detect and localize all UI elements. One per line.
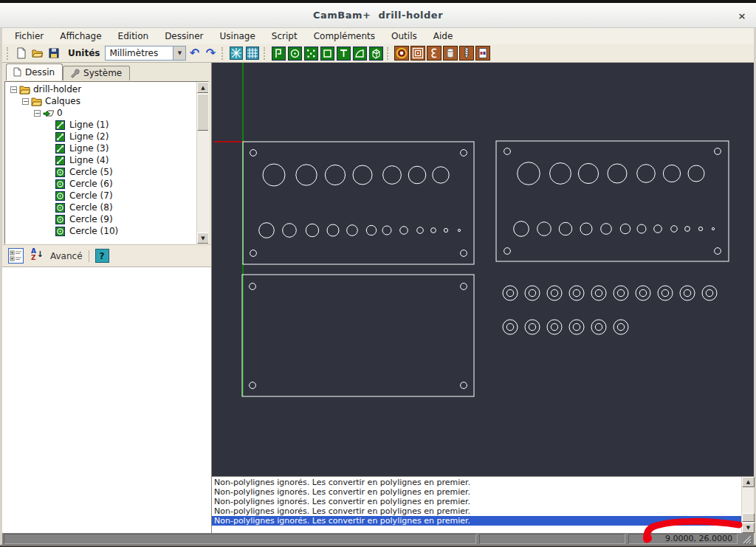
drill-hole: [444, 228, 447, 232]
drill-hole: [685, 227, 690, 232]
engrave-op-icon[interactable]: [426, 45, 442, 61]
scrollbar-thumb[interactable]: [197, 94, 209, 131]
circle-icon: [55, 179, 66, 189]
tree-item-label: Cercle (7): [69, 190, 113, 201]
menu-aide[interactable]: Aide: [425, 29, 461, 44]
tree-item-ligne-2-[interactable]: Ligne (2): [5, 131, 196, 142]
categorized-view-icon[interactable]: [8, 248, 24, 264]
scrollbar-thumb[interactable]: [742, 513, 755, 522]
advanced-label[interactable]: Avancé: [50, 251, 83, 261]
drawing-canvas[interactable]: [212, 63, 754, 476]
menu-usinage[interactable]: Usinage: [212, 29, 264, 44]
drill-hole: [325, 165, 345, 185]
open-folder-icon[interactable]: [30, 45, 46, 61]
rectangle-icon[interactable]: [319, 45, 335, 61]
tree-item-cercle-6-[interactable]: Cercle (6): [5, 178, 196, 190]
drill-op-icon[interactable]: [442, 45, 458, 61]
text-icon[interactable]: [335, 45, 351, 61]
menu-bar: FichierAffichageEditionDessinerUsinageSc…: [2, 28, 754, 44]
washer-inner: [506, 289, 513, 296]
drill-hole: [259, 223, 275, 238]
washer-outer: [569, 320, 584, 334]
surface-icon[interactable]: [368, 45, 384, 61]
sort-alphabetical-icon[interactable]: AZ↓: [30, 249, 44, 264]
units-label: Unités: [68, 48, 100, 58]
collapse-icon[interactable]: −: [10, 86, 17, 93]
scroll-down-icon[interactable]: ▼: [197, 233, 209, 244]
log-line[interactable]: Non-polylignes ignorés. Les convertir en…: [212, 478, 741, 487]
tree-item-label: Cercle (8): [69, 202, 113, 213]
line-icon: [55, 120, 66, 130]
collapse-icon[interactable]: −: [34, 110, 41, 117]
lathe-op-icon[interactable]: [458, 45, 475, 61]
tree-item-ligne-4-[interactable]: Ligne (4): [5, 154, 196, 166]
tree-item-cercle-8-[interactable]: Cercle (8): [5, 202, 196, 213]
toolbar-grip[interactable]: [264, 47, 267, 60]
menu-edition[interactable]: Edition: [110, 29, 157, 44]
undo-icon[interactable]: ↶: [186, 45, 202, 61]
chevron-down-icon[interactable]: ▼: [173, 47, 185, 60]
menu-dessiner[interactable]: Dessiner: [157, 29, 211, 44]
profile-op-icon[interactable]: [394, 45, 410, 61]
tree-item-label: Ligne (3): [69, 143, 109, 154]
redo-icon[interactable]: ↷: [202, 45, 219, 61]
tab-dessin[interactable]: Dessin: [6, 63, 63, 80]
arc-icon[interactable]: [351, 45, 368, 61]
toolbar-grip[interactable]: [387, 47, 391, 60]
circle-icon: [55, 190, 66, 201]
tree-item-0[interactable]: −0: [5, 107, 196, 119]
polyline-icon[interactable]: [270, 45, 286, 61]
log-line[interactable]: Non-polylignes ignorés. Les convertir en…: [212, 487, 741, 497]
tree-item-cercle-10-[interactable]: Cercle (10): [5, 225, 196, 237]
log-lines: Non-polylignes ignorés. Les convertir en…: [212, 478, 741, 526]
menu-script[interactable]: Script: [264, 29, 306, 44]
scroll-up-icon[interactable]: ▲: [197, 82, 209, 93]
plate-outline: [496, 141, 729, 261]
tab-systeme[interactable]: Système: [63, 66, 130, 80]
tree-scrollbar[interactable]: ▲ ▼: [196, 82, 208, 244]
menu-compléments[interactable]: Compléments: [306, 29, 383, 44]
line-icon: [55, 143, 66, 154]
pocket-op-icon[interactable]: [410, 45, 426, 61]
help-icon[interactable]: ?: [95, 249, 109, 263]
status-bar: 9.0000, 26.0000: [2, 533, 754, 545]
toolbar-grip[interactable]: [7, 47, 10, 60]
log-line[interactable]: Non-polylignes ignorés. Les convertir en…: [212, 497, 741, 506]
gcode-icon[interactable]: [475, 45, 491, 61]
washer-inner: [617, 289, 624, 296]
scroll-up-icon[interactable]: ▲: [742, 477, 755, 487]
tree-item-cercle-5-[interactable]: Cercle (5): [5, 166, 196, 178]
washer-outer: [614, 286, 628, 300]
log-line[interactable]: Non-polylignes ignorés. Les convertir en…: [212, 506, 741, 516]
drill-hole: [408, 166, 426, 184]
drill-hole: [353, 165, 372, 185]
log-line[interactable]: Non-polylignes ignorés. Les convertir en…: [212, 516, 741, 526]
wrench-icon: [69, 69, 80, 78]
resize-grip[interactable]: [740, 534, 752, 544]
scroll-down-icon[interactable]: ▼: [742, 523, 755, 533]
snap-point-icon[interactable]: [228, 45, 244, 61]
log-scrollbar[interactable]: ▲ ▼: [741, 477, 754, 533]
menu-fichier[interactable]: Fichier: [7, 29, 52, 44]
new-document-icon[interactable]: [13, 45, 30, 61]
drill-hole: [578, 163, 598, 183]
tree-item-cercle-7-[interactable]: Cercle (7): [5, 190, 196, 202]
menu-affichage[interactable]: Affichage: [52, 29, 109, 44]
close-icon[interactable]: ×: [735, 10, 749, 23]
tree-item-ligne-1-[interactable]: Ligne (1): [5, 119, 196, 131]
units-combobox[interactable]: Millimètres ▼: [105, 46, 186, 61]
snap-grid-icon[interactable]: [244, 45, 261, 61]
save-icon[interactable]: [46, 45, 62, 61]
points-icon[interactable]: [303, 45, 319, 61]
tree-item-drill-holder[interactable]: −drill-holder: [5, 83, 196, 95]
status-section-middle: [479, 534, 625, 544]
tree-item-cercle-9-[interactable]: Cercle (9): [5, 213, 196, 225]
tree-item-ligne-3-[interactable]: Ligne (3): [5, 142, 196, 154]
drill-hole: [296, 165, 317, 185]
title-bar[interactable]: CamBam+ drill-holder ×: [0, 3, 756, 28]
toolbar-grip[interactable]: [221, 47, 225, 60]
collapse-icon[interactable]: −: [22, 98, 29, 105]
draw-circle-icon[interactable]: [286, 45, 303, 61]
menu-outils[interactable]: Outils: [383, 29, 425, 44]
tree-item-calques[interactable]: −Calques: [5, 95, 196, 107]
